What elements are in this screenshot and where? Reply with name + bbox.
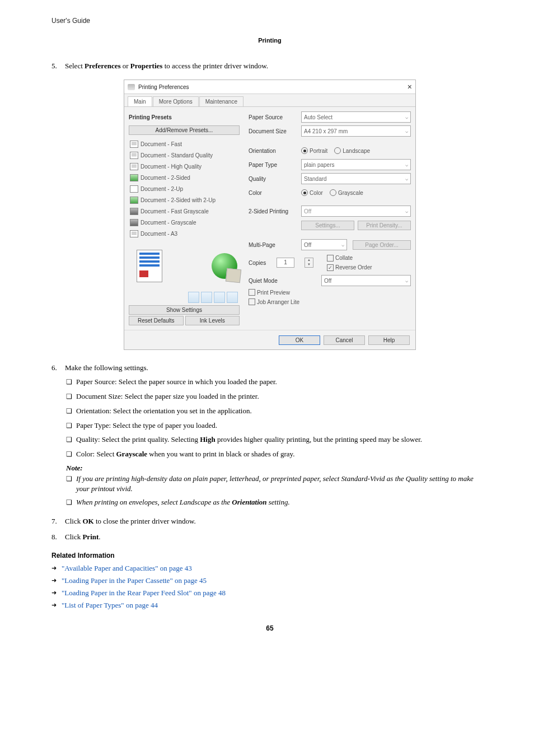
chevron-down-icon: ⌵ bbox=[405, 278, 408, 283]
print-preview-checkbox[interactable]: Print Preview bbox=[249, 289, 290, 296]
help-button[interactable]: Help bbox=[368, 335, 410, 345]
sheet-preview-icon bbox=[137, 250, 162, 282]
twosided-select[interactable]: Off⌵ bbox=[301, 206, 411, 217]
eco-icon bbox=[130, 197, 138, 204]
note-item: When printing on envelopes, select Lands… bbox=[66, 497, 488, 507]
list-item: Paper Type: Select the type of paper you… bbox=[66, 421, 488, 431]
note-label: Note: bbox=[66, 464, 488, 473]
doc-size-select[interactable]: A4 210 x 297 mm⌵ bbox=[301, 125, 411, 137]
doc-icon bbox=[130, 141, 138, 148]
chevron-down-icon: ⌵ bbox=[341, 242, 344, 248]
orientation-label: Orientation bbox=[249, 148, 301, 154]
ok-button[interactable]: OK bbox=[279, 335, 320, 345]
paper-type-label: Paper Type bbox=[249, 162, 301, 168]
step-7: 7. Click OK to close the printer driver … bbox=[51, 517, 488, 526]
related-link[interactable]: "Loading Paper in the Rear Paper Feed Sl… bbox=[62, 589, 226, 597]
preview-box bbox=[129, 241, 240, 291]
step-5: 5. Select Preferences or Properties to a… bbox=[51, 62, 488, 71]
gray-icon bbox=[130, 219, 138, 226]
presets-title: Printing Presets bbox=[129, 114, 172, 120]
gray-icon bbox=[130, 208, 138, 215]
color-label: Color bbox=[249, 190, 301, 196]
list-item: Quality: Select the print quality. Selec… bbox=[66, 435, 488, 445]
step-num: 6. bbox=[51, 363, 65, 372]
page-order-button[interactable]: Page Order... bbox=[353, 240, 411, 250]
paper-source-label: Paper Source bbox=[249, 114, 301, 120]
portrait-radio[interactable]: Portrait bbox=[301, 147, 327, 154]
preset-item[interactable]: Document - Fast bbox=[129, 138, 240, 150]
multipage-label: Multi-Page bbox=[249, 242, 301, 248]
preset-item[interactable]: Document - 2-Sided with 2-Up bbox=[129, 194, 240, 206]
preset-item[interactable]: Document - 2-Up bbox=[129, 183, 240, 194]
paper-type-select[interactable]: plain papers⌵ bbox=[301, 159, 411, 170]
reverse-order-checkbox[interactable]: ✓Reverse Order bbox=[327, 264, 372, 271]
related-link[interactable]: "List of Paper Types" on page 44 bbox=[62, 601, 158, 609]
step-8: 8. Click Print. bbox=[51, 533, 488, 542]
list-item: Orientation: Select the orientation you … bbox=[66, 406, 488, 417]
doc-icon bbox=[130, 152, 138, 159]
link-item: "List of Paper Types" on page 44 bbox=[51, 601, 488, 610]
t: Select bbox=[65, 62, 85, 70]
quality-label: Quality bbox=[249, 176, 301, 182]
show-settings-button[interactable]: Show Settings bbox=[129, 305, 240, 315]
preset-item[interactable]: Document - High Quality bbox=[129, 161, 240, 172]
paper-source-select[interactable]: Auto Select⌵ bbox=[301, 111, 411, 123]
list-item: Document Size: Select the paper size you… bbox=[66, 391, 488, 402]
chevron-down-icon: ⌵ bbox=[405, 176, 408, 181]
dialog-title: Printing Preferences bbox=[138, 84, 189, 90]
preset-item[interactable]: Document - A3 bbox=[129, 228, 240, 239]
chevron-down-icon: ⌵ bbox=[405, 128, 408, 134]
close-icon[interactable]: × bbox=[407, 82, 412, 91]
related-link[interactable]: "Available Paper and Capacities" on page… bbox=[62, 564, 192, 572]
section-title: Printing bbox=[51, 37, 488, 44]
cancel-button[interactable]: Cancel bbox=[324, 335, 365, 345]
tab-maintenance[interactable]: Maintenance bbox=[199, 96, 243, 106]
list-item: Color: Select Grayscale when you want to… bbox=[66, 449, 488, 460]
twosided-label: 2-Sided Printing bbox=[249, 208, 301, 214]
doc-icon bbox=[130, 230, 138, 237]
related-link[interactable]: "Loading Paper in the Paper Cassette" on… bbox=[62, 576, 207, 585]
copies-label: Copies bbox=[249, 260, 277, 266]
copies-stepper[interactable]: ▲▼ bbox=[305, 258, 313, 268]
preset-item[interactable]: Document - Grayscale bbox=[129, 217, 240, 228]
ink-levels-button[interactable]: Ink Levels bbox=[185, 316, 240, 325]
preset-item[interactable]: Document - 2-Sided bbox=[129, 172, 240, 183]
t: to access the printer driver window. bbox=[162, 62, 268, 70]
collate-checkbox[interactable]: Collate bbox=[327, 255, 353, 262]
color-radio[interactable]: Color bbox=[301, 189, 323, 196]
guide-header: User's Guide bbox=[51, 17, 488, 25]
reset-defaults-button[interactable]: Reset Defaults bbox=[129, 316, 184, 325]
note-item: If you are printing high-density data on… bbox=[66, 474, 488, 494]
page-number: 65 bbox=[51, 624, 488, 632]
tab-more-options[interactable]: More Options bbox=[153, 96, 199, 106]
chevron-down-icon: ⌵ bbox=[405, 208, 408, 214]
landscape-radio[interactable]: Landscape bbox=[334, 147, 370, 154]
chevron-down-icon: ⌵ bbox=[405, 162, 408, 167]
step-num: 8. bbox=[51, 533, 65, 542]
preset-item[interactable]: Document - Standard Quality bbox=[129, 150, 240, 161]
list-item: Paper Source: Select the paper source in… bbox=[66, 377, 488, 388]
tab-main[interactable]: Main bbox=[128, 96, 152, 106]
two-up-icon bbox=[130, 185, 138, 193]
doc-size-label: Document Size bbox=[249, 128, 301, 134]
job-arranger-checkbox[interactable]: Job Arranger Lite bbox=[249, 298, 299, 305]
copies-input[interactable]: 1 bbox=[277, 258, 294, 268]
settings-button[interactable]: Settings... bbox=[301, 221, 354, 230]
quiet-mode-label: Quiet Mode bbox=[249, 278, 288, 284]
presets-list: Document - Fast Document - Standard Qual… bbox=[129, 137, 240, 241]
add-remove-presets-button[interactable]: Add/Remove Presets... bbox=[129, 125, 240, 135]
t: Preferences bbox=[85, 62, 120, 70]
preset-item[interactable]: Document - Fast Grayscale bbox=[129, 206, 240, 217]
printer-icon bbox=[128, 84, 135, 90]
globe-icon bbox=[212, 253, 237, 279]
link-item: "Loading Paper in the Paper Cassette" on… bbox=[51, 576, 488, 585]
step-num: 5. bbox=[51, 62, 65, 71]
quality-select[interactable]: Standard⌵ bbox=[301, 173, 411, 184]
grayscale-radio[interactable]: Grayscale bbox=[330, 189, 363, 196]
t: Make the following settings. bbox=[65, 363, 488, 372]
t: Properties bbox=[130, 62, 163, 70]
eco-icon bbox=[130, 174, 138, 181]
multipage-select[interactable]: Off⌵ bbox=[301, 239, 347, 250]
print-density-button[interactable]: Print Density... bbox=[358, 221, 411, 230]
quiet-mode-select[interactable]: Off⌵ bbox=[321, 275, 411, 286]
